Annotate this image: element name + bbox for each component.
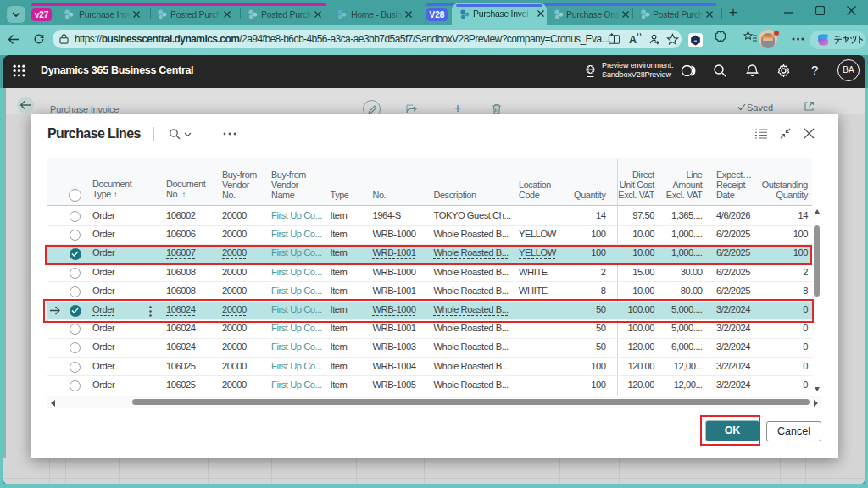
svg-text:e: e bbox=[694, 37, 698, 43]
